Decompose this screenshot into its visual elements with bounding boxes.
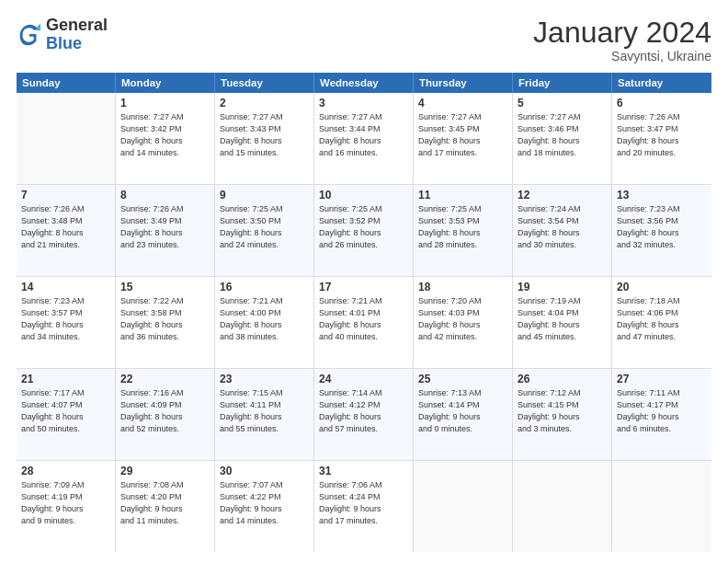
calendar-cell: 25Sunrise: 7:13 AM Sunset: 4:14 PM Dayli… [414, 369, 513, 460]
cell-info: Sunrise: 7:08 AM Sunset: 4:20 PM Dayligh… [120, 479, 210, 527]
header-day-saturday: Saturday [612, 73, 711, 93]
cell-info: Sunrise: 7:26 AM Sunset: 3:48 PM Dayligh… [21, 203, 110, 251]
calendar-cell: 21Sunrise: 7:17 AM Sunset: 4:07 PM Dayli… [17, 369, 116, 460]
calendar-cell: 6Sunrise: 7:26 AM Sunset: 3:47 PM Daylig… [612, 93, 711, 184]
day-number: 26 [518, 373, 607, 385]
calendar-cell: 10Sunrise: 7:25 AM Sunset: 3:52 PM Dayli… [314, 185, 414, 276]
calendar-cell: 8Sunrise: 7:26 AM Sunset: 3:49 PM Daylig… [116, 185, 215, 276]
calendar-row-3: 21Sunrise: 7:17 AM Sunset: 4:07 PM Dayli… [17, 369, 711, 461]
header-day-friday: Friday [513, 73, 612, 93]
cell-info: Sunrise: 7:18 AM Sunset: 4:06 PM Dayligh… [617, 295, 707, 343]
header-day-sunday: Sunday [17, 73, 116, 93]
calendar-cell: 3Sunrise: 7:27 AM Sunset: 3:44 PM Daylig… [314, 93, 414, 184]
cell-info: Sunrise: 7:14 AM Sunset: 4:12 PM Dayligh… [319, 387, 408, 435]
calendar-cell [612, 461, 711, 552]
cell-info: Sunrise: 7:23 AM Sunset: 3:56 PM Dayligh… [617, 203, 707, 251]
day-number: 28 [21, 465, 110, 477]
calendar-body: 1Sunrise: 7:27 AM Sunset: 3:42 PM Daylig… [17, 93, 711, 552]
cell-info: Sunrise: 7:19 AM Sunset: 4:04 PM Dayligh… [518, 295, 607, 343]
calendar-cell: 22Sunrise: 7:16 AM Sunset: 4:09 PM Dayli… [116, 369, 215, 460]
calendar-row-4: 28Sunrise: 7:09 AM Sunset: 4:19 PM Dayli… [17, 461, 711, 552]
cell-info: Sunrise: 7:23 AM Sunset: 3:57 PM Dayligh… [21, 295, 110, 343]
calendar-cell [414, 461, 513, 552]
logo-text: General Blue [46, 17, 108, 53]
day-number: 22 [120, 373, 210, 385]
title-block: January 2024 Savyntsi, Ukraine [533, 17, 711, 63]
calendar-cell: 4Sunrise: 7:27 AM Sunset: 3:45 PM Daylig… [414, 93, 513, 184]
cell-info: Sunrise: 7:06 AM Sunset: 4:24 PM Dayligh… [319, 479, 408, 527]
cell-info: Sunrise: 7:21 AM Sunset: 4:00 PM Dayligh… [220, 295, 309, 343]
day-number: 14 [21, 281, 110, 293]
logo-blue-text: Blue [46, 35, 108, 53]
calendar-cell: 13Sunrise: 7:23 AM Sunset: 3:56 PM Dayli… [612, 185, 711, 276]
day-number: 3 [319, 97, 408, 109]
calendar-cell: 1Sunrise: 7:27 AM Sunset: 3:42 PM Daylig… [116, 93, 215, 184]
cell-info: Sunrise: 7:25 AM Sunset: 3:50 PM Dayligh… [220, 203, 309, 251]
header: General Blue January 2024 Savyntsi, Ukra… [17, 17, 711, 63]
day-number: 29 [120, 465, 210, 477]
header-day-monday: Monday [116, 73, 215, 93]
day-number: 24 [319, 373, 408, 385]
header-day-wednesday: Wednesday [314, 73, 414, 93]
calendar-cell: 29Sunrise: 7:08 AM Sunset: 4:20 PM Dayli… [116, 461, 215, 552]
cell-info: Sunrise: 7:21 AM Sunset: 4:01 PM Dayligh… [319, 295, 408, 343]
header-day-tuesday: Tuesday [215, 73, 314, 93]
day-number: 27 [617, 373, 707, 385]
cell-info: Sunrise: 7:15 AM Sunset: 4:11 PM Dayligh… [220, 387, 309, 435]
calendar-cell: 14Sunrise: 7:23 AM Sunset: 3:57 PM Dayli… [17, 277, 116, 368]
day-number: 2 [220, 97, 309, 109]
cell-info: Sunrise: 7:27 AM Sunset: 3:44 PM Dayligh… [319, 111, 408, 159]
day-number: 1 [120, 97, 210, 109]
calendar-cell [17, 93, 116, 184]
cell-info: Sunrise: 7:11 AM Sunset: 4:17 PM Dayligh… [617, 387, 707, 435]
cell-info: Sunrise: 7:25 AM Sunset: 3:53 PM Dayligh… [418, 203, 507, 251]
location-subtitle: Savyntsi, Ukraine [533, 49, 711, 63]
day-number: 9 [220, 189, 309, 201]
cell-info: Sunrise: 7:17 AM Sunset: 4:07 PM Dayligh… [21, 387, 110, 435]
day-number: 12 [518, 189, 607, 201]
day-number: 10 [319, 189, 408, 201]
calendar-cell: 17Sunrise: 7:21 AM Sunset: 4:01 PM Dayli… [314, 277, 414, 368]
day-number: 8 [120, 189, 210, 201]
calendar-row-1: 7Sunrise: 7:26 AM Sunset: 3:48 PM Daylig… [17, 185, 711, 277]
logo-general-text: General [46, 17, 108, 35]
calendar-cell: 28Sunrise: 7:09 AM Sunset: 4:19 PM Dayli… [17, 461, 116, 552]
calendar-cell: 16Sunrise: 7:21 AM Sunset: 4:00 PM Dayli… [215, 277, 314, 368]
calendar-cell: 27Sunrise: 7:11 AM Sunset: 4:17 PM Dayli… [612, 369, 711, 460]
calendar-row-0: 1Sunrise: 7:27 AM Sunset: 3:42 PM Daylig… [17, 93, 711, 185]
month-title: January 2024 [533, 17, 711, 49]
day-number: 17 [319, 281, 408, 293]
day-number: 31 [319, 465, 408, 477]
day-number: 16 [220, 281, 309, 293]
day-number: 30 [220, 465, 309, 477]
header-day-thursday: Thursday [414, 73, 513, 93]
cell-info: Sunrise: 7:24 AM Sunset: 3:54 PM Dayligh… [518, 203, 607, 251]
calendar-cell: 26Sunrise: 7:12 AM Sunset: 4:15 PM Dayli… [513, 369, 612, 460]
calendar-row-2: 14Sunrise: 7:23 AM Sunset: 3:57 PM Dayli… [17, 277, 711, 369]
logo-icon [17, 22, 42, 48]
cell-info: Sunrise: 7:07 AM Sunset: 4:22 PM Dayligh… [220, 479, 309, 527]
calendar-cell [513, 461, 612, 552]
cell-info: Sunrise: 7:27 AM Sunset: 3:46 PM Dayligh… [518, 111, 607, 159]
calendar-cell: 11Sunrise: 7:25 AM Sunset: 3:53 PM Dayli… [414, 185, 513, 276]
day-number: 6 [617, 97, 707, 109]
calendar-cell: 30Sunrise: 7:07 AM Sunset: 4:22 PM Dayli… [215, 461, 314, 552]
cell-info: Sunrise: 7:22 AM Sunset: 3:58 PM Dayligh… [120, 295, 210, 343]
cell-info: Sunrise: 7:25 AM Sunset: 3:52 PM Dayligh… [319, 203, 408, 251]
cell-info: Sunrise: 7:27 AM Sunset: 3:43 PM Dayligh… [220, 111, 309, 159]
day-number: 19 [518, 281, 607, 293]
day-number: 5 [518, 97, 607, 109]
logo: General Blue [17, 17, 108, 53]
day-number: 4 [418, 97, 507, 109]
calendar-cell: 23Sunrise: 7:15 AM Sunset: 4:11 PM Dayli… [215, 369, 314, 460]
calendar-cell: 9Sunrise: 7:25 AM Sunset: 3:50 PM Daylig… [215, 185, 314, 276]
calendar-cell: 12Sunrise: 7:24 AM Sunset: 3:54 PM Dayli… [513, 185, 612, 276]
calendar-cell: 24Sunrise: 7:14 AM Sunset: 4:12 PM Dayli… [314, 369, 414, 460]
page: General Blue January 2024 Savyntsi, Ukra… [0, 0, 728, 563]
cell-info: Sunrise: 7:12 AM Sunset: 4:15 PM Dayligh… [518, 387, 607, 435]
cell-info: Sunrise: 7:26 AM Sunset: 3:47 PM Dayligh… [617, 111, 707, 159]
calendar: SundayMondayTuesdayWednesdayThursdayFrid… [17, 73, 711, 552]
day-number: 20 [617, 281, 707, 293]
calendar-header: SundayMondayTuesdayWednesdayThursdayFrid… [17, 73, 711, 93]
cell-info: Sunrise: 7:27 AM Sunset: 3:42 PM Dayligh… [120, 111, 210, 159]
